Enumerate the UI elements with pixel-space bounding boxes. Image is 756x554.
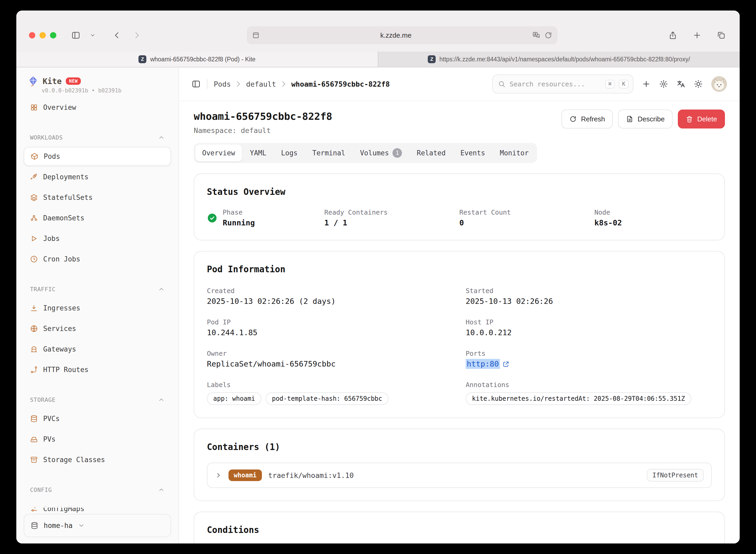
field-label: Annotations xyxy=(466,381,712,389)
refresh-button[interactable]: Refresh xyxy=(562,110,613,128)
share-button[interactable] xyxy=(665,28,681,43)
header-actions: ⌘ K xyxy=(492,74,727,94)
sidebar-item-label: HTTP Routes xyxy=(43,366,89,374)
new-badge: NEW xyxy=(66,77,81,85)
describe-button[interactable]: Describe xyxy=(618,110,673,128)
cluster-name: home-ha xyxy=(44,521,73,530)
tab-monitor[interactable]: Monitor xyxy=(493,145,536,161)
browser-tab-active[interactable]: Z whoami-656759cbbc-822f8 (Pod) - Kite xyxy=(16,52,378,67)
trash-icon xyxy=(686,115,693,123)
tab-overview[interactable]: Overview xyxy=(195,145,242,161)
describe-label: Describe xyxy=(638,115,665,123)
tab-volumes[interactable]: Volumes 1 xyxy=(353,145,409,161)
sidebar-item-label: Overview xyxy=(43,104,76,111)
sidebar-item-cron-jobs[interactable]: Cron Jobs xyxy=(24,250,171,269)
sidebar-item-pvs[interactable]: PVs xyxy=(24,430,171,449)
sidebar-item-services[interactable]: Services xyxy=(24,319,171,338)
kbd-k: K xyxy=(619,80,629,89)
node-link[interactable]: k8s-02 xyxy=(594,218,712,227)
tab-yaml[interactable]: YAML xyxy=(243,145,273,161)
search-box[interactable]: ⌘ K xyxy=(492,74,633,94)
new-tab-button[interactable] xyxy=(689,28,705,43)
back-button[interactable] xyxy=(109,28,125,43)
host-ip-value: 10.0.0.212 xyxy=(466,328,712,337)
label-badge: app: whoami xyxy=(207,392,261,405)
host-ip-field: Host IP 10.0.0.212 xyxy=(466,318,712,337)
theme-toggle-button[interactable] xyxy=(694,79,703,89)
port-link[interactable]: http:80 xyxy=(466,359,500,369)
refresh-label: Refresh xyxy=(581,115,605,123)
translate-icon xyxy=(677,79,686,89)
browser-tab-inactive[interactable]: Z https://k.zzde.me:8443/api/v1/namespac… xyxy=(378,52,740,67)
sidebar-item-deployments[interactable]: Deployments xyxy=(24,167,171,186)
main-area: Pods default whoami-656759cbbc-822f8 ⌘ K xyxy=(179,67,740,544)
app-version: v0.0.0-b02391b • b02391b xyxy=(24,87,171,94)
delete-button[interactable]: Delete xyxy=(678,110,725,128)
external-link-icon[interactable] xyxy=(503,361,509,368)
app-brand[interactable]: Kite NEW xyxy=(24,75,171,87)
panel-left-icon xyxy=(71,31,80,40)
settings-button[interactable] xyxy=(659,79,668,89)
phase-text-block: Phase Running xyxy=(223,209,255,227)
sidebar-menu-button[interactable] xyxy=(88,28,98,43)
sidebar-item-http-routes[interactable]: HTTP Routes xyxy=(24,360,171,379)
minimize-window-button[interactable] xyxy=(40,32,46,39)
detail-tabs: Overview YAML Logs Terminal Volumes 1 Re… xyxy=(194,143,537,163)
sidebar-section-workloads[interactable]: WORKLOADS xyxy=(24,129,171,145)
share-icon xyxy=(668,31,677,40)
page-menu-icon[interactable] xyxy=(252,32,259,39)
tab-label: Overview xyxy=(202,149,235,157)
sidebar-item-gateways[interactable]: Gateways xyxy=(24,340,171,358)
sidebar-item-pods[interactable]: Pods xyxy=(24,147,171,166)
card-title: Pod Information xyxy=(207,264,712,274)
tab-label: Logs xyxy=(281,149,298,157)
gateway-icon xyxy=(30,345,38,353)
tab-events[interactable]: Events xyxy=(454,145,492,161)
sidebar-item-daemonsets[interactable]: DaemonSets xyxy=(24,209,171,227)
started-value: 2025-10-13 02:26:26 xyxy=(466,297,712,306)
zoom-window-button[interactable] xyxy=(50,32,56,39)
tab-logs[interactable]: Logs xyxy=(274,145,304,161)
owner-link[interactable]: ReplicaSet/whoami-656759cbbc xyxy=(207,359,453,368)
user-avatar[interactable] xyxy=(711,76,727,92)
close-window-button[interactable] xyxy=(29,32,35,39)
reload-icon[interactable] xyxy=(544,31,552,39)
forward-button[interactable] xyxy=(129,28,145,43)
field-label: Ready Containers xyxy=(324,209,459,216)
safari-window: k.zzde.me xyxy=(16,10,740,544)
sidebar-item-statefulsets[interactable]: StatefulSets xyxy=(24,188,171,207)
search-input[interactable] xyxy=(510,80,601,88)
sidebar-item-label: Services xyxy=(43,325,76,333)
sidebar-item-overview[interactable]: Overview xyxy=(24,98,171,117)
chevron-right-icon[interactable] xyxy=(215,472,222,479)
sidebar-item-jobs[interactable]: Jobs xyxy=(24,229,171,248)
address-bar[interactable]: k.zzde.me xyxy=(247,26,558,44)
sidebar-item-storage-classes[interactable]: Storage Classes xyxy=(24,450,171,469)
desktop-background: k.zzde.me xyxy=(0,0,756,554)
sidebar-section-storage[interactable]: STORAGE xyxy=(24,392,171,407)
language-button[interactable] xyxy=(677,79,686,89)
tab-terminal[interactable]: Terminal xyxy=(305,145,352,161)
browser-toolbar: k.zzde.me xyxy=(16,10,740,52)
sidebar-item-ingresses[interactable]: Ingresses xyxy=(24,298,171,318)
breadcrumb-namespace-link[interactable]: default xyxy=(246,80,276,88)
sidebar-section-traffic[interactable]: TRAFFIC xyxy=(24,281,171,297)
app-sidebar-toggle-button[interactable] xyxy=(192,79,200,89)
sidebar-item-label: DaemonSets xyxy=(43,214,84,222)
cluster-selector[interactable]: home-ha xyxy=(24,514,171,537)
pod-info-grid: Created 2025-10-13 02:26:26 (2 days) Sta… xyxy=(207,287,712,405)
container-row[interactable]: whoami traefik/whoami:v1.10 IfNotPresent xyxy=(207,463,712,488)
translate-icon[interactable] xyxy=(532,31,540,39)
tab-label: Events xyxy=(460,149,485,157)
breadcrumb-pods-link[interactable]: Pods xyxy=(214,80,231,88)
tab-overview-button[interactable] xyxy=(713,28,729,43)
create-resource-button[interactable] xyxy=(642,79,651,89)
browser-sidebar-toggle-button[interactable] xyxy=(68,28,84,43)
chevron-up-icon xyxy=(158,134,165,141)
created-field: Created 2025-10-13 02:26:26 (2 days) xyxy=(207,287,453,306)
pod-ip-field: Pod IP 10.244.1.85 xyxy=(207,318,453,337)
sidebar-item-pvcs[interactable]: PVCs xyxy=(24,409,171,428)
rocket-icon xyxy=(30,173,38,181)
tab-related[interactable]: Related xyxy=(410,145,453,161)
namespace-label: Namespace: default xyxy=(194,126,332,134)
